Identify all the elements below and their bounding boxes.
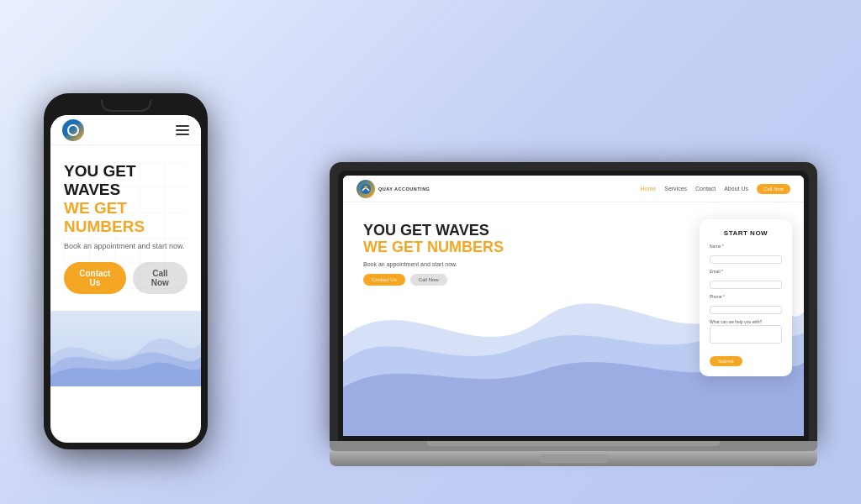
laptop-nav-contact[interactable]: Contact (695, 186, 716, 192)
laptop-brand-text: QUAY ACCOUNTING (378, 186, 430, 192)
laptop-nav-cta[interactable]: Call Now (757, 184, 790, 194)
email-input[interactable] (710, 281, 782, 289)
laptop-hero-section: YOU GET WAVES WE GET NUMBERS Book an app… (343, 202, 804, 436)
phone-hero-grid: YOU GET WAVES WE GET NUMBERS Book an app… (64, 162, 188, 294)
laptop-mockup: QUAY ACCOUNTING Home Services Contact Ab… (330, 162, 817, 466)
phone-mockup: YOU GET WAVES WE GET NUMBERS Book an app… (44, 93, 208, 449)
phone-outer-shell: YOU GET WAVES WE GET NUMBERS Book an app… (44, 93, 208, 449)
laptop-nav-services[interactable]: Services (664, 186, 687, 192)
laptop-logo: QUAY ACCOUNTING (357, 180, 430, 198)
svg-point-1 (364, 186, 367, 189)
phone-nav (50, 115, 201, 145)
phone-input[interactable] (710, 306, 782, 314)
email-label: Email * (710, 269, 782, 274)
message-textarea[interactable] (710, 325, 782, 344)
name-label: Name * (710, 244, 782, 249)
laptop-hero-buttons: Contact Us Call Now (363, 274, 504, 286)
message-label: What can we help you with? (710, 319, 782, 324)
phone-logo-inner (67, 124, 79, 136)
phone-wave-svg (50, 319, 201, 387)
form-submit-button[interactable]: Submit (710, 356, 742, 366)
laptop-contact-button[interactable]: Contact Us (363, 274, 405, 286)
laptop-screen-content: QUAY ACCOUNTING Home Services Contact Ab… (343, 176, 804, 436)
phone-field: Phone * (710, 294, 782, 315)
phone-hero-section: YOU GET WAVES WE GET NUMBERS Book an app… (50, 145, 201, 311)
email-field: Email * (710, 269, 782, 290)
phone-logo (62, 119, 84, 141)
phone-wave-area (50, 311, 201, 386)
laptop-hero-title-orange: WE GET NUMBERS (363, 239, 504, 256)
laptop-nav: QUAY ACCOUNTING Home Services Contact Ab… (343, 176, 804, 202)
laptop-nav-links: Home Services Contact About Us Call Now (641, 184, 790, 194)
message-field: What can we help you with? (710, 319, 782, 347)
laptop-nav-about[interactable]: About Us (724, 186, 748, 192)
laptop-trackpad (540, 454, 607, 463)
laptop-call-button[interactable]: Call Now (410, 274, 447, 286)
name-input[interactable] (710, 255, 782, 264)
name-field: Name * (710, 244, 782, 265)
start-now-card: START NOW Name * Email * Phone * (700, 219, 792, 376)
laptop-screen-bezel: QUAY ACCOUNTING Home Services Contact Ab… (338, 171, 809, 441)
phone-hamburger-icon[interactable] (176, 125, 189, 135)
phone-label: Phone * (710, 294, 782, 299)
laptop-hinge-area (330, 441, 817, 451)
phone-notch-bar (50, 100, 201, 115)
laptop-hero-subtitle: Book an appointment and start now. (363, 261, 504, 267)
laptop-screen-outer: QUAY ACCOUNTING Home Services Contact Ab… (330, 162, 817, 441)
phone-grid-decoration (64, 162, 188, 294)
phone-notch (101, 100, 151, 112)
scene: YOU GET WAVES WE GET NUMBERS Book an app… (18, 13, 843, 491)
laptop-logo-circle (357, 180, 375, 198)
laptop-base (330, 451, 817, 466)
laptop-hero-title-white1: YOU GET WAVES (363, 223, 504, 239)
laptop-nav-home[interactable]: Home (641, 186, 657, 192)
start-now-title: START NOW (710, 229, 782, 237)
phone-screen: YOU GET WAVES WE GET NUMBERS Book an app… (50, 115, 201, 443)
laptop-hero-text: YOU GET WAVES WE GET NUMBERS Book an app… (363, 223, 504, 286)
laptop-hinge (427, 441, 720, 446)
